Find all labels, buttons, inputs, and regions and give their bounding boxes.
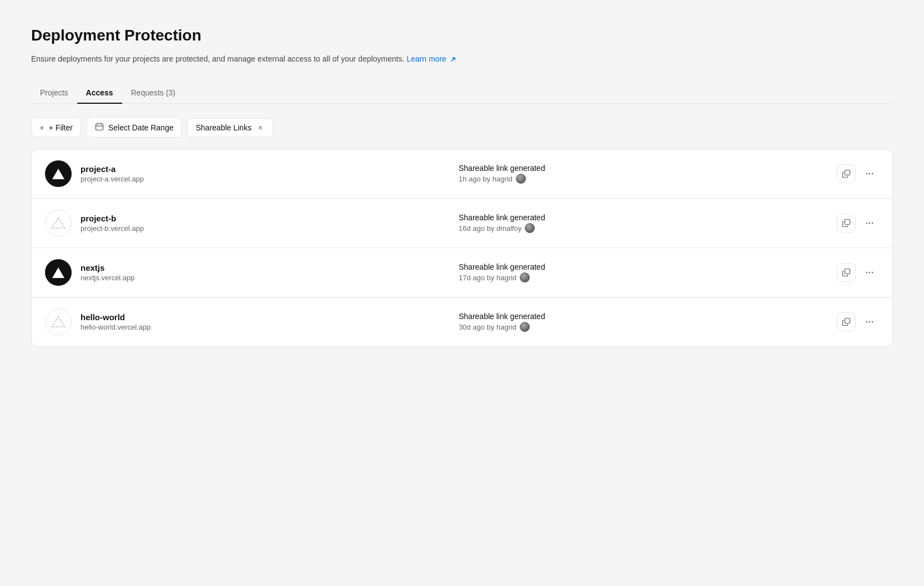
status-label: Shareable link generated: [459, 312, 828, 321]
calendar-icon: [95, 122, 104, 133]
project-url: project-a.vercel.app: [81, 175, 450, 183]
vercel-triangle-icon: [52, 267, 64, 278]
svg-rect-0: [96, 124, 103, 130]
project-name: project-b: [81, 214, 450, 223]
status-label: Shareable link generated: [459, 262, 828, 271]
status-meta: 16d ago by dmalfoy: [459, 223, 828, 233]
svg-point-2: [866, 173, 867, 174]
more-options-button[interactable]: [860, 214, 879, 233]
svg-rect-5: [845, 220, 850, 225]
table-row: project-b project-b.vercel.app Shareable…: [32, 199, 892, 248]
svg-point-4: [872, 173, 873, 174]
project-url: nextjs.vercel.app: [81, 274, 450, 282]
svg-point-7: [869, 223, 870, 224]
table-row: nextjs nextjs.vercel.app Shareable link …: [32, 248, 892, 297]
user-avatar: [525, 223, 535, 233]
project-name: hello-world: [81, 312, 450, 322]
project-url: hello-world.vercel.app: [81, 323, 450, 331]
project-status: Shareable link generated 17d ago by hagr…: [459, 262, 828, 282]
remove-filter-button[interactable]: ×: [256, 123, 265, 132]
plus-icon: +: [39, 123, 44, 132]
project-name: nextjs: [81, 263, 450, 272]
svg-point-12: [872, 272, 873, 273]
svg-point-8: [872, 223, 873, 224]
date-range-button[interactable]: Select Date Range: [87, 117, 182, 138]
tabs-bar: Projects Access Requests (3): [31, 83, 893, 104]
status-label: Shareable link generated: [459, 164, 828, 173]
user-avatar: [516, 174, 526, 184]
user-avatar: [520, 322, 530, 332]
projects-list: project-a project-a.vercel.app Shareable…: [31, 149, 893, 347]
copy-link-button[interactable]: [837, 214, 856, 233]
project-actions: [837, 312, 879, 331]
svg-rect-1: [845, 170, 850, 175]
project-status: Shareable link generated 16d ago by dmal…: [459, 213, 828, 233]
svg-point-15: [869, 321, 870, 322]
project-name: project-a: [81, 164, 450, 174]
avatar: [45, 309, 72, 335]
project-status: Shareable link generated 1h ago by hagri…: [459, 164, 828, 184]
status-meta: 30d ago by hagrid: [459, 322, 828, 332]
filters-row: + + Filter Select Date Range Shareable L…: [31, 117, 893, 138]
page-title: Deployment Protection: [31, 27, 893, 44]
project-status: Shareable link generated 30d ago by hagr…: [459, 312, 828, 332]
shareable-links-filter-tag[interactable]: Shareable Links ×: [187, 118, 273, 137]
active-tag-label: Shareable Links: [195, 123, 251, 132]
table-row: hello-world hello-world.vercel.app Share…: [32, 297, 892, 346]
project-actions: [837, 214, 879, 233]
svg-point-14: [866, 321, 867, 322]
copy-link-button[interactable]: [837, 263, 856, 282]
avatar: [45, 160, 72, 187]
table-row: project-a project-a.vercel.app Shareable…: [32, 149, 892, 199]
date-range-label: Select Date Range: [108, 123, 174, 132]
project-url: project-b.vercel.app: [81, 224, 450, 233]
status-meta: 17d ago by hagrid: [459, 272, 828, 282]
copy-link-button[interactable]: [837, 312, 856, 331]
filter-label: + Filter: [49, 123, 73, 132]
vercel-triangle-outline-icon: [51, 314, 66, 330]
user-avatar: [520, 272, 530, 282]
tab-access[interactable]: Access: [77, 83, 122, 104]
svg-point-10: [866, 272, 867, 273]
project-actions: [837, 164, 879, 183]
avatar: [45, 210, 72, 236]
more-options-button[interactable]: [860, 263, 879, 282]
more-options-button[interactable]: [860, 312, 879, 331]
vercel-triangle-icon: [52, 169, 64, 179]
svg-point-3: [869, 173, 870, 174]
project-info: hello-world hello-world.vercel.app: [81, 312, 450, 331]
project-info: project-b project-b.vercel.app: [81, 214, 450, 233]
project-info: nextjs nextjs.vercel.app: [81, 263, 450, 282]
project-info: project-a project-a.vercel.app: [81, 164, 450, 183]
tab-projects[interactable]: Projects: [31, 83, 77, 104]
tab-requests[interactable]: Requests (3): [122, 83, 184, 104]
status-meta: 1h ago by hagrid: [459, 174, 828, 184]
filter-button[interactable]: + + Filter: [31, 118, 81, 137]
learn-more-link[interactable]: Learn more: [406, 54, 446, 63]
svg-rect-13: [845, 319, 850, 324]
copy-link-button[interactable]: [837, 164, 856, 183]
vercel-triangle-outline-icon: [51, 215, 66, 231]
avatar: [45, 259, 72, 286]
svg-rect-9: [845, 269, 850, 274]
page-description: Ensure deployments for your projects are…: [31, 53, 893, 65]
svg-point-6: [866, 223, 867, 224]
more-options-button[interactable]: [860, 164, 879, 183]
project-actions: [837, 263, 879, 282]
svg-point-16: [872, 321, 873, 322]
svg-point-11: [869, 272, 870, 273]
status-label: Shareable link generated: [459, 213, 828, 222]
